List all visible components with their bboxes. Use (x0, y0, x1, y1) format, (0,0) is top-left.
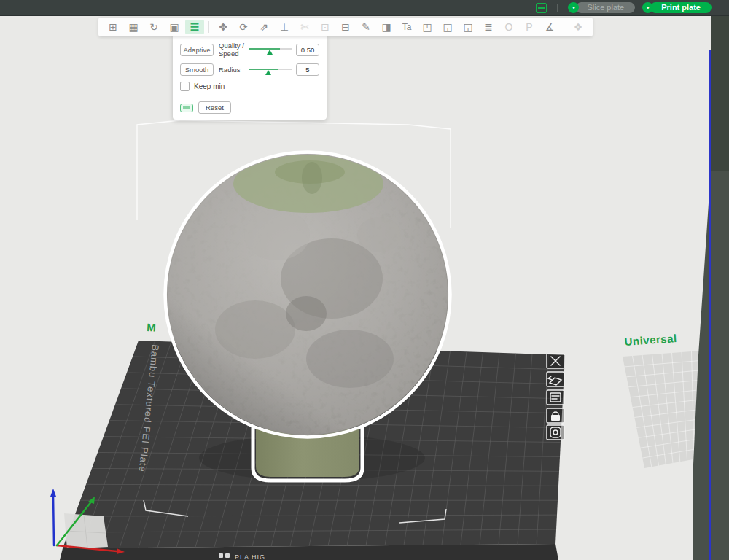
lock-plate-button[interactable] (547, 408, 564, 423)
quality-speed-value[interactable]: 0.50 (296, 44, 319, 56)
plate-edge-label: PLA HIG (235, 553, 265, 560)
doc-p-icon[interactable]: P (520, 20, 539, 34)
orient-plate-button[interactable] (547, 372, 564, 386)
panel-divider (173, 96, 327, 96)
stacked-layers-icon[interactable]: ≣ (479, 20, 498, 34)
scale-icon[interactable]: ⇗ (254, 20, 273, 34)
plate-logo-icon (219, 553, 223, 558)
reset-button[interactable]: Reset (198, 101, 231, 114)
main-toolbar: ⊞ ▦ ↻ ▣ ☰ ✥ ⟳ ⇗ ⊥ ✄ ⊡ ⊟ ✎ ◨ Ta ◰ ◲ ◱ ≣ O… (98, 18, 593, 36)
keep-min-label: Keep min (194, 82, 225, 90)
place-on-face-icon[interactable]: ⊥ (275, 20, 294, 34)
move-icon[interactable]: ✥ (214, 20, 233, 34)
radius-slider[interactable] (249, 65, 292, 75)
keep-min-checkbox[interactable] (180, 82, 190, 91)
topbar-separator (557, 4, 558, 12)
plate-logo-icon (225, 553, 230, 558)
slider-thumb[interactable] (267, 50, 273, 55)
slice-plate-button[interactable]: Slice plate (576, 2, 635, 13)
doc-o-icon[interactable]: O (499, 20, 518, 34)
add-plate-icon[interactable]: ▦ (124, 20, 143, 34)
mouse-hint-icon (180, 104, 193, 112)
cut-icon[interactable]: ✄ (295, 20, 314, 34)
radius-label: Radius (214, 66, 249, 74)
arrange-icon[interactable]: ▣ (165, 20, 184, 34)
print-plate-button[interactable]: Print plate (650, 2, 712, 13)
auto-orient-icon[interactable]: ↻ (144, 20, 163, 34)
rename-plate-button[interactable] (547, 390, 564, 405)
viewport-3d: Universal Bambu Textured PEI Plate M PLA… (0, 16, 729, 560)
rotate-icon[interactable]: ⟳ (234, 20, 253, 34)
z-axis (53, 495, 54, 545)
mesh-boolean-icon[interactable]: ◱ (459, 20, 477, 34)
add-object-icon[interactable]: ⊞ (104, 20, 122, 34)
clone-icon[interactable]: ⊟ (336, 20, 355, 34)
plate-indicator-icon (536, 3, 547, 13)
color-paint-icon[interactable]: ◨ (377, 20, 396, 34)
variable-layer-height-panel: Adaptive Quality / Speed 0.50 Smooth Rad… (173, 35, 327, 120)
quality-speed-label: Quality / Speed (214, 42, 249, 58)
measure-icon[interactable]: ∡ (540, 20, 559, 34)
delete-plate-button[interactable] (547, 354, 564, 368)
fill-icon[interactable]: ⊡ (316, 20, 335, 34)
quality-speed-slider[interactable] (249, 44, 292, 55)
slider-thumb[interactable] (265, 70, 271, 75)
seam-paint-icon[interactable]: ✎ (356, 20, 375, 34)
plate1-name-label: M (147, 321, 156, 334)
split-objects-icon[interactable]: ◰ (418, 20, 437, 34)
variable-layer-height-icon[interactable]: ☰ (185, 20, 204, 34)
toolbar-separator (564, 21, 564, 33)
toolbar-separator (208, 21, 209, 33)
adaptive-button[interactable]: Adaptive (180, 44, 214, 56)
split-parts-icon[interactable]: ◲ (438, 20, 457, 34)
radius-value[interactable]: 5 (296, 63, 319, 76)
top-bar: ▾ Slice plate ▾ Print plate (0, 0, 729, 16)
plate-settings-button[interactable] (547, 425, 564, 440)
smooth-button[interactable]: Smooth (180, 63, 214, 76)
assembly-icon[interactable]: ❖ (569, 20, 588, 34)
text-icon[interactable]: Ta (397, 20, 416, 34)
